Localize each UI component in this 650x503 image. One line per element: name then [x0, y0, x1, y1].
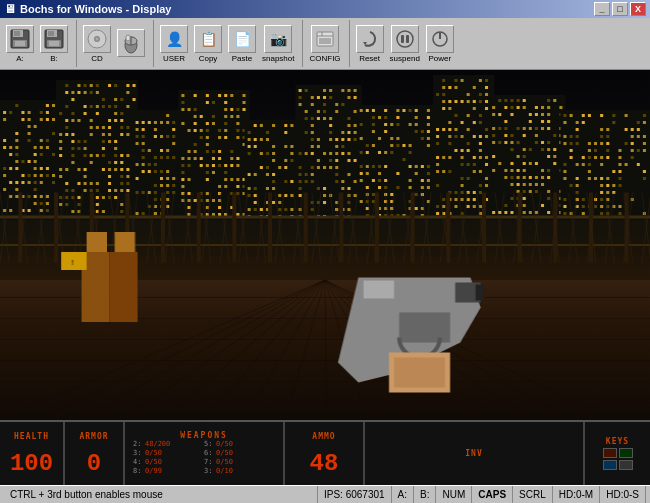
floppy-a-label: A: — [16, 54, 24, 63]
ammo-value: 48 — [310, 452, 339, 476]
toolbar-floppy-group: A: B: — [4, 20, 77, 67]
toolbar-power-group: Reset suspend Power — [354, 20, 462, 67]
hud-health: HEALTH 100 — [0, 422, 65, 485]
weapon-row-1: 2: 48/200 — [133, 440, 204, 449]
copy-button[interactable]: 📋 Copy — [192, 24, 224, 64]
mouse-button[interactable] — [115, 28, 147, 59]
floppy-b-button[interactable]: B: — [38, 24, 70, 64]
floppy-a-icon — [6, 25, 34, 53]
svg-rect-17 — [126, 35, 130, 41]
toolbar-config-group: CONFIG — [307, 20, 349, 67]
key-slot-2 — [619, 448, 633, 458]
floppy-b-label: B: — [50, 54, 58, 63]
status-mouse-hint: CTRL + 3rd button enables mouse — [4, 486, 318, 503]
suspend-button[interactable]: suspend — [388, 24, 422, 64]
toolbar-user-group: 👤 USER 📋 Copy 📄 Paste 📷 snapshot — [158, 20, 303, 67]
cdrom-label: CD — [91, 54, 103, 63]
svg-rect-9 — [49, 41, 59, 46]
user-button[interactable]: 👤 USER — [158, 24, 190, 64]
cdrom-button[interactable]: CD — [81, 24, 113, 64]
cdrom-icon — [83, 25, 111, 53]
keys-label: KEYS — [606, 437, 629, 446]
mouse-icon — [117, 29, 145, 57]
snapshot-button[interactable]: 📷 snapshot — [260, 24, 296, 64]
minimize-button[interactable]: _ — [594, 2, 610, 16]
weapons-title: WEAPONS — [133, 431, 275, 440]
weapon-row-6: 7: 0/50 — [204, 458, 275, 467]
status-caps: CAPS — [472, 486, 513, 503]
toolbar-cd-group: CD — [81, 20, 154, 67]
status-ips: IPS: 6067301 — [318, 486, 392, 503]
svg-rect-2 — [14, 31, 20, 36]
weapon-row-4: 6: 0/50 — [204, 449, 275, 458]
status-hd2: HD:0-S — [600, 486, 646, 503]
health-value: 100 — [10, 452, 53, 476]
power-label: Power — [428, 54, 451, 63]
inv-label: INV — [465, 449, 482, 458]
snapshot-label: snapshot — [262, 54, 294, 63]
paste-icon: 📄 — [228, 25, 256, 53]
window-title: Bochs for Windows - Display — [20, 3, 171, 15]
hud-weapons: WEAPONS 2: 48/200 5: 0/50 3: 0/50 6: 0/5… — [125, 422, 285, 485]
svg-point-12 — [96, 37, 99, 40]
floppy-b-icon — [40, 25, 68, 53]
reset-icon — [356, 25, 384, 53]
svg-rect-21 — [319, 38, 331, 44]
reset-button[interactable]: Reset — [354, 24, 386, 64]
floppy-a-button[interactable]: A: — [4, 24, 36, 64]
config-button[interactable]: CONFIG — [307, 24, 342, 64]
copy-icon: 📋 — [194, 25, 222, 53]
copy-label: Copy — [199, 54, 218, 63]
title-controls: _ □ X — [594, 2, 646, 16]
keys-grid — [603, 448, 633, 470]
armor-label: ARMOR — [79, 432, 108, 441]
key-slot-3 — [603, 460, 617, 470]
app-icon: 🖥 — [4, 2, 16, 16]
game-display[interactable] — [0, 70, 650, 420]
weapon-grid: 2: 48/200 5: 0/50 3: 0/50 6: 0/50 4: 0/5… — [133, 440, 275, 476]
ammo-label: AMMO — [312, 432, 335, 441]
svg-rect-4 — [15, 41, 25, 46]
status-b: B: — [414, 486, 436, 503]
game-canvas[interactable] — [0, 70, 650, 420]
user-label: USER — [163, 54, 185, 63]
status-num: NUM — [436, 486, 472, 503]
status-a: A: — [392, 486, 414, 503]
ips-value: 6067301 — [346, 489, 385, 500]
hud: HEALTH 100 ARMOR 0 WEAPONS 2: 48/200 5: … — [0, 420, 650, 485]
weapon-row-2: 5: 0/50 — [204, 440, 275, 449]
weapon-row-5: 4: 0/50 — [133, 458, 204, 467]
title-bar: 🖥 Bochs for Windows - Display _ □ X — [0, 0, 650, 18]
suspend-icon — [391, 25, 419, 53]
power-button[interactable]: Power — [424, 24, 456, 64]
weapon-row-7: 8: 0/99 — [133, 467, 204, 476]
paste-label: Paste — [232, 54, 252, 63]
user-icon: 👤 — [160, 25, 188, 53]
close-button[interactable]: X — [630, 2, 646, 16]
weapon-row-3: 3: 0/50 — [133, 449, 204, 458]
power-icon — [426, 25, 454, 53]
svg-rect-24 — [401, 35, 404, 43]
status-scrl: SCRL — [513, 486, 553, 503]
config-icon — [311, 25, 339, 53]
snapshot-icon: 📷 — [264, 25, 292, 53]
health-label: HEALTH — [14, 432, 49, 441]
svg-point-23 — [397, 31, 413, 47]
ips-label: IPS: — [324, 489, 343, 500]
svg-rect-25 — [406, 35, 409, 43]
hud-keys: KEYS — [585, 422, 650, 485]
paste-button[interactable]: 📄 Paste — [226, 24, 258, 64]
weapon-row-8: 3: 0/10 — [204, 467, 275, 476]
maximize-button[interactable]: □ — [612, 2, 628, 16]
suspend-label: suspend — [390, 54, 420, 63]
armor-value: 0 — [87, 452, 101, 476]
toolbar: A: B: — [0, 18, 650, 70]
config-label: CONFIG — [309, 54, 340, 63]
status-hd: HD:0-M — [553, 486, 600, 503]
status-bar: CTRL + 3rd button enables mouse IPS: 606… — [0, 485, 650, 503]
hud-inv: INV — [365, 422, 585, 485]
hud-ammo: AMMO 48 — [285, 422, 365, 485]
hud-armor: ARMOR 0 — [65, 422, 125, 485]
reset-label: Reset — [359, 54, 380, 63]
svg-rect-7 — [48, 31, 54, 36]
